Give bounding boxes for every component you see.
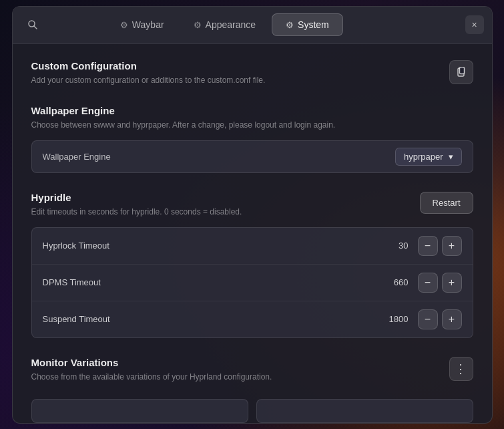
wallpaper-engine-section: Wallpaper Engine Choose between swww and…: [31, 105, 473, 173]
hypridle-section: Hypridle Edit timeouts in seconds for hy…: [31, 192, 473, 338]
close-button[interactable]: ×: [465, 15, 484, 34]
wallpaper-engine-title: Wallpaper Engine: [31, 105, 473, 116]
monitor-variations-section: Monitor Variations Choose from the avail…: [31, 357, 473, 383]
custom-config-icon-button[interactable]: [449, 60, 473, 84]
tab-waybar-label: Waybar: [132, 19, 164, 30]
hypridle-desc: Edit timeouts in seconds for hypridle. 0…: [31, 206, 242, 218]
dpms-increment-button[interactable]: +: [442, 273, 462, 293]
hypridle-header: Hypridle Edit timeouts in seconds for hy…: [31, 192, 473, 218]
tab-waybar[interactable]: ⚙ Waybar: [107, 13, 178, 36]
svg-line-1: [34, 26, 37, 29]
wallpaper-engine-dropdown[interactable]: hyprpaper ▾: [395, 148, 462, 166]
svg-rect-3: [459, 67, 464, 74]
custom-config-header: Custom Configuration Add your custom con…: [31, 60, 473, 86]
hyprlock-timeout-label: Hyprlock Timeout: [43, 241, 382, 251]
custom-config-title: Custom Configuration: [31, 60, 266, 72]
main-content: Custom Configuration Add your custom con…: [13, 44, 492, 399]
tab-appearance[interactable]: ⚙ Appearance: [180, 13, 270, 36]
monitor-text: Monitor Variations Choose from the avail…: [31, 357, 272, 383]
dpms-decrement-button[interactable]: −: [418, 273, 438, 293]
bottom-btn-left[interactable]: [31, 399, 248, 423]
system-tab-icon: ⚙: [286, 20, 294, 30]
appearance-tab-icon: ⚙: [194, 20, 202, 30]
table-row: Hyprlock Timeout 30 − +: [32, 228, 473, 265]
settings-window: ⚙ Waybar ⚙ Appearance ⚙ System × Custom …: [12, 6, 493, 424]
wallpaper-engine-selected: hyprpaper: [404, 152, 443, 162]
dropdown-chevron-icon: ▾: [449, 152, 453, 162]
timeout-table: Hyprlock Timeout 30 − + DPMS Timeout 660…: [31, 227, 473, 338]
restart-button[interactable]: Restart: [420, 192, 473, 214]
hyprlock-stepper: − +: [418, 236, 462, 256]
suspend-timeout-label: Suspend Timeout: [43, 314, 382, 324]
monitor-more-button[interactable]: ⋮: [449, 357, 473, 381]
wallpaper-engine-row: Wallpaper Engine hyprpaper ▾: [31, 140, 473, 173]
tab-system-label: System: [298, 19, 329, 30]
dpms-stepper: − +: [418, 273, 462, 293]
titlebar: ⚙ Waybar ⚙ Appearance ⚙ System ×: [13, 7, 492, 44]
tab-system[interactable]: ⚙ System: [272, 13, 343, 36]
monitor-variations-title: Monitor Variations: [31, 357, 272, 368]
hyprlock-increment-button[interactable]: +: [442, 236, 462, 256]
bottom-btn-right[interactable]: [256, 399, 473, 423]
table-row: DPMS Timeout 660 − +: [32, 265, 473, 301]
custom-config-text: Custom Configuration Add your custom con…: [31, 60, 266, 86]
suspend-increment-button[interactable]: +: [442, 309, 462, 329]
waybar-tab-icon: ⚙: [120, 20, 128, 30]
hypridle-text: Hypridle Edit timeouts in seconds for hy…: [31, 192, 242, 218]
wallpaper-engine-desc: Choose between swww and hyprpaper. After…: [31, 119, 473, 131]
suspend-stepper: − +: [418, 309, 462, 329]
hyprlock-decrement-button[interactable]: −: [418, 236, 438, 256]
hyprlock-timeout-value: 30: [382, 241, 409, 251]
suspend-timeout-value: 1800: [382, 314, 409, 324]
dpms-timeout-value: 660: [382, 277, 409, 287]
dpms-timeout-label: DPMS Timeout: [43, 277, 382, 287]
tab-bar: ⚙ Waybar ⚙ Appearance ⚙ System: [107, 13, 343, 36]
custom-config-desc: Add your custom configuration or additio…: [31, 74, 266, 86]
monitor-header: Monitor Variations Choose from the avail…: [31, 357, 473, 383]
custom-config-section: Custom Configuration Add your custom con…: [31, 60, 473, 86]
tab-appearance-label: Appearance: [206, 19, 256, 30]
table-row: Suspend Timeout 1800 − +: [32, 301, 473, 337]
bottom-bar: [13, 399, 492, 423]
wallpaper-engine-label: Wallpaper Engine: [43, 152, 111, 162]
monitor-variations-desc: Choose from the available variations of …: [31, 371, 272, 383]
hypridle-title: Hypridle: [31, 192, 242, 203]
search-icon[interactable]: [21, 13, 45, 37]
suspend-decrement-button[interactable]: −: [418, 309, 438, 329]
